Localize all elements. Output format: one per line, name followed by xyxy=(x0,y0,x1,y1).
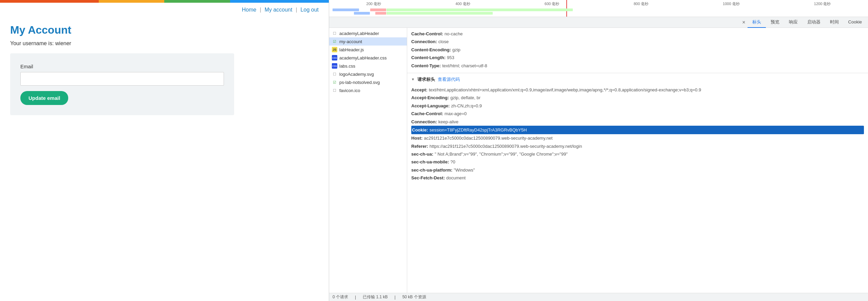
header-name: Connection: xyxy=(411,38,437,46)
header-name: Connection: xyxy=(411,118,437,126)
header-value: session=T8FyjZDftRayD42spjTrA3RGRvBQbY5H xyxy=(430,126,863,134)
nav-bar: Home | My account | Log out xyxy=(0,3,329,17)
tab-initiator[interactable]: 启动器 xyxy=(803,17,825,28)
timeline-label-5: 1000 毫秒 xyxy=(723,1,740,6)
my-account-link[interactable]: My account xyxy=(265,7,293,13)
logout-link[interactable]: Log out xyxy=(301,7,319,13)
header-value: 953 xyxy=(447,54,864,61)
file-name: logoAcademy.svg xyxy=(339,72,374,77)
header-value: text/html; charset=utf-8 xyxy=(442,62,864,70)
header-accept-language: Accept-Language: zh-CN,zh;q=0.9 xyxy=(411,102,864,110)
page-title: My Account xyxy=(10,24,319,36)
header-accept-encoding: Accept-Encoding: gzip, deflate, br xyxy=(411,94,864,102)
tab-preview[interactable]: 预览 xyxy=(766,17,784,28)
top-progress-bar xyxy=(0,0,329,3)
header-value: gzip xyxy=(452,46,864,54)
header-value: max-age=0 xyxy=(445,110,864,118)
header-name: Accept: xyxy=(411,86,428,94)
update-email-button[interactable]: Update email xyxy=(20,91,68,105)
header-connection-response: Connection: close xyxy=(411,38,864,46)
header-name: Sec-Fetch-Dest: xyxy=(411,174,445,182)
tab-headers[interactable]: 标头 xyxy=(748,17,766,28)
status-divider-2: | xyxy=(395,295,396,300)
request-headers-title: 请求标头 xyxy=(417,76,435,83)
js-icon: JS xyxy=(332,47,337,52)
network-timeline: 200 毫秒 400 毫秒 600 毫秒 800 毫秒 1000 毫秒 1200… xyxy=(329,0,868,17)
web-panel: Home | My account | Log out My Account Y… xyxy=(0,0,329,301)
header-referer: Referer: https://ac291f121e7c5000c0dac12… xyxy=(411,142,864,150)
devtools-content: ☐ academyLabHeader ☑ my-account JS labHe… xyxy=(329,28,868,293)
header-value: https://ac291f121e7c5000c0dac12500890079… xyxy=(430,142,864,150)
home-link[interactable]: Home xyxy=(242,7,257,13)
file-item-labscss[interactable]: css labs.css xyxy=(329,62,407,70)
header-value: no-cache xyxy=(445,30,864,38)
tab-cookie[interactable]: Cookie xyxy=(844,17,867,27)
status-divider-1: | xyxy=(355,295,356,300)
svg-icon: ☐ xyxy=(332,71,337,77)
header-sec-ch-ua-mobile: sec-ch-ua-mobile: ?0 xyxy=(411,158,864,166)
header-name: Referer: xyxy=(411,142,428,150)
file-item-logosvg[interactable]: ☐ logoAcademy.svg xyxy=(329,70,407,78)
header-content-encoding: Content-Encoding: gzip xyxy=(411,46,864,54)
header-name: sec-ch-ua-platform: xyxy=(411,166,452,174)
header-value: document xyxy=(446,174,864,182)
file-item-academylabheadercss[interactable]: css academyLabHeader.css xyxy=(329,54,407,62)
response-headers-section: Cache-Control: no-cache Connection: clos… xyxy=(407,28,868,72)
header-value: gzip, deflate, br xyxy=(450,94,864,102)
timeline-label-1: 200 毫秒 xyxy=(366,1,381,6)
file-name: academyLabHeader xyxy=(339,31,379,36)
header-value: ?0 xyxy=(450,158,864,166)
header-value: text/html,application/xhtml+xml,applicat… xyxy=(429,86,864,94)
file-list: ☐ academyLabHeader ☑ my-account JS labHe… xyxy=(329,28,407,293)
header-name: Content-Encoding: xyxy=(411,46,451,54)
timeline-label-3: 600 毫秒 xyxy=(545,1,559,6)
request-headers-section: Accept: text/html,application/xhtml+xml,… xyxy=(407,84,868,184)
request-headers-label: ▼ 请求标头 查看源代码 xyxy=(407,73,868,84)
header-value: close xyxy=(438,38,864,46)
status-transferred: 已传输 1.1 kB xyxy=(363,294,388,300)
tab-timing[interactable]: 时间 xyxy=(825,17,844,28)
timeline-labels: 200 毫秒 400 毫秒 600 毫秒 800 毫秒 1000 毫秒 1200… xyxy=(329,1,868,6)
headers-panel: Cache-Control: no-cache Connection: clos… xyxy=(407,28,868,293)
file-item-notsolved[interactable]: ☑ ps-lab-notsolved.svg xyxy=(329,78,407,86)
header-name: Host: xyxy=(411,134,422,142)
file-name: my-account xyxy=(339,39,362,44)
header-connection-req: Connection: keep-alive xyxy=(411,118,864,126)
devtools-close-button[interactable]: × xyxy=(740,19,747,25)
devtools-tabs-row: × 标头 预览 响应 启动器 时间 Cookie xyxy=(329,17,868,28)
file-name: favicon.ico xyxy=(339,88,360,93)
header-name: sec-ch-ua: xyxy=(411,150,433,158)
view-source-link[interactable]: 查看源代码 xyxy=(438,76,460,83)
header-name: Accept-Encoding: xyxy=(411,94,449,102)
file-item-favicon[interactable]: ☐ favicon.ico xyxy=(329,86,407,94)
timeline-label-2: 400 毫秒 xyxy=(455,1,470,6)
header-sec-fetch-dest: Sec-Fetch-Dest: document xyxy=(411,174,864,182)
header-name: Cache-Control: xyxy=(411,30,443,38)
header-accept: Accept: text/html,application/xhtml+xml,… xyxy=(411,86,864,94)
header-cookie: Cookie: session=T8FyjZDftRayD42spjTrA3RG… xyxy=(411,126,864,134)
file-name: academyLabHeader.css xyxy=(339,55,386,60)
header-value: ac291f121e7c5000c0dac12500890079.web-sec… xyxy=(424,134,864,142)
status-resources: 50 kB 个资源 xyxy=(402,294,426,300)
file-item-labheaderjs[interactable]: JS labHeader.js xyxy=(329,46,407,54)
nav-sep-1: | xyxy=(260,7,261,13)
header-sec-ch-ua: sec-ch-ua: " Not A;Brand";v="99", "Chrom… xyxy=(411,150,864,158)
nav-sep-2: | xyxy=(296,7,297,13)
devtools-status-bar: 0 个请求 | 已传输 1.1 kB | 50 kB 个资源 xyxy=(329,293,868,301)
header-name: Accept-Language: xyxy=(411,102,450,110)
check-icon: ☑ xyxy=(332,39,337,44)
header-cache-control-response: Cache-Control: no-cache xyxy=(411,30,864,38)
email-input[interactable] xyxy=(20,72,224,86)
file-item-academylabheader[interactable]: ☐ academyLabHeader xyxy=(329,29,407,37)
header-host: Host: ac291f121e7c5000c0dac12500890079.w… xyxy=(411,134,864,142)
header-content-type: Content-Type: text/html; charset=utf-8 xyxy=(411,62,864,70)
header-name: Cookie: xyxy=(412,126,428,134)
username-text: Your username is: wiener xyxy=(10,40,319,47)
header-name: Cache-Control: xyxy=(411,110,443,118)
file-item-my-account[interactable]: ☑ my-account xyxy=(329,37,407,46)
tab-response[interactable]: 响应 xyxy=(784,17,803,28)
header-value: keep-alive xyxy=(438,118,864,126)
triangle-icon: ▼ xyxy=(411,77,415,81)
doc-icon: ☐ xyxy=(332,31,337,36)
header-name: sec-ch-ua-mobile: xyxy=(411,158,449,166)
